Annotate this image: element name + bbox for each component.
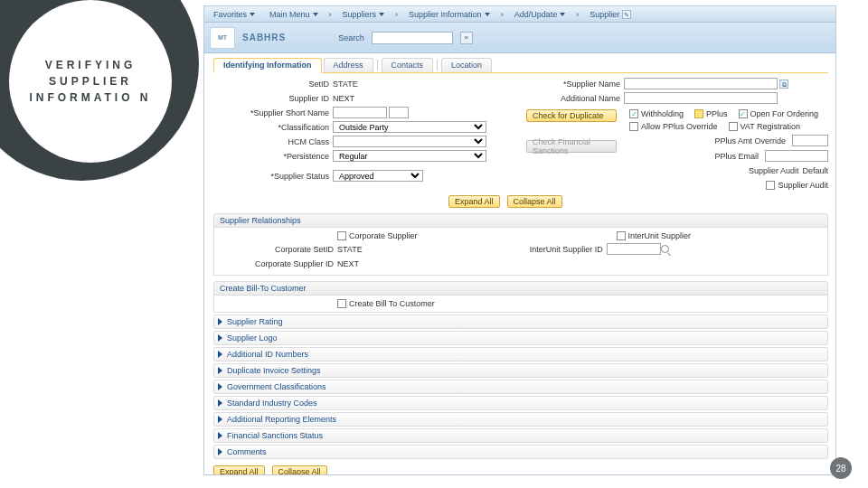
collapse-all-button-bottom[interactable]: Collapse All: [272, 465, 327, 475]
triangle-right-icon: [218, 318, 222, 325]
corporate-supplier-checkbox[interactable]: [337, 231, 346, 240]
corporate-supplier-id-value: NEXT: [337, 259, 359, 268]
supplier-name-input[interactable]: [624, 78, 778, 89]
breadcrumb-bar: Favorites Main Menu › Suppliers › Suppli…: [204, 6, 835, 23]
supplier-status-label: *Supplier Status: [213, 172, 333, 181]
lookup-icon[interactable]: [661, 245, 669, 253]
accordion-additional-id-numbers[interactable]: Additional ID Numbers: [213, 347, 828, 361]
setid-value: STATE: [333, 80, 358, 89]
form-right-column: *Supplier Name⧉ Additional Name Check fo…: [526, 77, 828, 192]
short-name-label: *Supplier Short Name: [213, 108, 333, 117]
pplus-email-label: PPlus Email: [714, 152, 759, 161]
persistence-label: *Persistence: [213, 152, 333, 161]
create-bill-to-header[interactable]: Create Bill-To Customer: [213, 281, 828, 296]
create-bill-to-checkbox[interactable]: [337, 299, 346, 308]
corporate-supplier-id-label: Corporate Supplier ID: [220, 259, 337, 268]
triangle-right-icon: [218, 448, 222, 455]
check-duplicate-button[interactable]: Check for Duplicate: [526, 109, 617, 122]
tab-identifying-information[interactable]: Identifying Information: [213, 58, 322, 73]
slide-title-badge: VERIFYING SUPPLIER INFORMATIO N: [0, 0, 199, 181]
tab-address[interactable]: Address: [324, 58, 373, 72]
allow-pplus-override-checkbox[interactable]: [629, 122, 638, 131]
accordion-standard-industry-codes[interactable]: Standard Industry Codes: [213, 396, 828, 410]
caret-icon: [560, 13, 565, 16]
create-bill-to-label: Create Bill To Customer: [349, 299, 435, 308]
interunit-supplier-id-input[interactable]: [607, 243, 661, 255]
accordion-supplier-rating[interactable]: Supplier Rating: [213, 314, 828, 329]
supplier-audit-checkbox[interactable]: [766, 181, 775, 190]
form-left-column: SetIDSTATE Supplier IDNEXT *Supplier Sho…: [213, 77, 521, 192]
caret-icon: [250, 13, 255, 16]
setid-label: SetID: [213, 80, 333, 89]
corporate-supplier-label: Corporate Supplier: [349, 231, 418, 240]
caret-icon: [485, 13, 490, 16]
persistence-select[interactable]: Regular: [333, 150, 486, 162]
supplier-audit-value: Default: [802, 166, 828, 175]
pplus-amt-override-input[interactable]: [792, 135, 828, 146]
supplier-status-select[interactable]: Approved: [333, 170, 423, 182]
open-for-ordering-checkbox[interactable]: ✓: [739, 109, 748, 118]
hcm-class-select[interactable]: [333, 136, 486, 147]
accordion-supplier-logo[interactable]: Supplier Logo: [213, 331, 828, 345]
app-window: Favorites Main Menu › Suppliers › Suppli…: [203, 5, 836, 475]
triangle-right-icon: [218, 351, 222, 358]
withholding-checkbox[interactable]: ✓: [629, 109, 638, 118]
tab-location[interactable]: Location: [441, 58, 492, 72]
breadcrumb-add-update[interactable]: Add/Update: [509, 10, 571, 19]
app-logo: MT: [210, 27, 235, 49]
short-name-seq-input[interactable]: [389, 107, 409, 118]
app-header: MT SABHRS Search »: [204, 23, 835, 53]
tab-contacts[interactable]: Contacts: [382, 58, 434, 72]
breadcrumb-separator: ›: [327, 10, 334, 19]
breadcrumb-favorites[interactable]: Favorites: [208, 10, 260, 19]
expand-all-button-bottom[interactable]: Expand All: [213, 465, 265, 475]
tab-bar: Identifying Information Address Contacts…: [213, 57, 828, 73]
create-bill-to-body: Create Bill To Customer: [213, 296, 828, 313]
app-name: SABHRS: [242, 33, 286, 42]
classification-label: *Classification: [213, 123, 333, 132]
interunit-supplier-label: InterUnit Supplier: [628, 231, 692, 240]
hcm-class-label: HCM Class: [213, 137, 333, 146]
collapse-all-button[interactable]: Collapse All: [507, 195, 562, 208]
triangle-right-icon: [218, 383, 222, 390]
breadcrumb-main-menu[interactable]: Main Menu: [264, 10, 324, 19]
caret-icon: [313, 13, 318, 16]
pplus-checkbox[interactable]: [694, 109, 703, 118]
additional-name-label: Additional Name: [526, 94, 624, 103]
open-for-ordering-label: Open For Ordering: [750, 109, 819, 118]
accordion-additional-reporting-elements[interactable]: Additional Reporting Elements: [213, 412, 828, 427]
supplier-id-value: NEXT: [333, 94, 354, 103]
pplus-label: PPlus: [706, 109, 728, 118]
supplier-audit-label: Supplier Audit: [749, 166, 799, 175]
slide-title: VERIFYING SUPPLIER INFORMATIO N: [25, 57, 156, 106]
short-name-input[interactable]: [333, 107, 387, 118]
supplier-name-expand-icon[interactable]: ⧉: [779, 80, 788, 89]
global-search-input[interactable]: [372, 32, 453, 44]
triangle-right-icon: [218, 367, 222, 374]
interunit-supplier-checkbox[interactable]: [617, 231, 626, 240]
triangle-right-icon: [218, 334, 222, 342]
caret-icon: [379, 13, 384, 16]
classification-select[interactable]: Outside Party: [333, 121, 486, 133]
supplier-name-label: *Supplier Name: [526, 80, 624, 89]
additional-name-input[interactable]: [624, 92, 778, 104]
withholding-label: Withholding: [641, 109, 684, 118]
pplus-email-input[interactable]: [765, 150, 828, 162]
accordion-government-classifications[interactable]: Government Classifications: [213, 380, 828, 394]
breadcrumb-supplier[interactable]: Supplier✎: [584, 10, 637, 19]
accordion-comments[interactable]: Comments: [213, 445, 828, 459]
expand-all-button[interactable]: Expand All: [448, 195, 500, 208]
breadcrumb-supplier-info[interactable]: Supplier Information: [403, 10, 495, 19]
vat-registration-checkbox[interactable]: [729, 122, 738, 131]
accordion-financial-sanctions-status[interactable]: Financial Sanctions Status: [213, 428, 828, 443]
breadcrumb-suppliers[interactable]: Suppliers: [337, 10, 391, 19]
global-search-go[interactable]: »: [460, 32, 473, 44]
page-number: 28: [830, 457, 852, 479]
edit-breadcrumb-icon[interactable]: ✎: [622, 10, 631, 19]
supplier-relationships-header[interactable]: Supplier Relationships: [213, 213, 828, 228]
triangle-right-icon: [218, 416, 222, 423]
pplus-amt-override-label: PPlus Amt Override: [714, 136, 786, 145]
allow-pplus-override-label: Allow PPlus Override: [641, 122, 718, 131]
search-label: Search: [338, 33, 364, 42]
accordion-duplicate-invoice-settings[interactable]: Duplicate Invoice Settings: [213, 363, 828, 378]
